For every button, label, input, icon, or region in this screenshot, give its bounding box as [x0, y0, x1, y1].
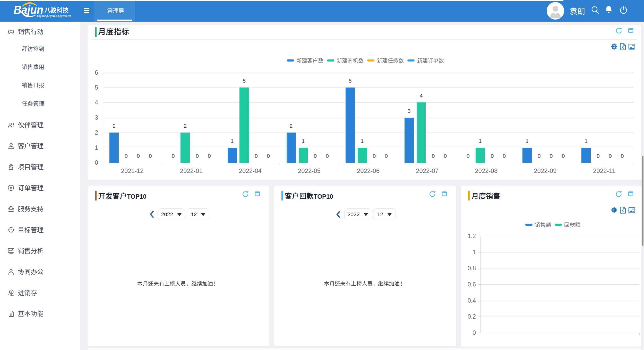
svg-text:八骏科技: 八骏科技 — [44, 6, 68, 14]
svg-text:X: X — [621, 45, 624, 49]
svg-text:X: X — [621, 209, 624, 213]
svg-text:Anyone,Anytime,Anywhere!: Anyone,Anytime,Anywhere! — [37, 14, 71, 18]
